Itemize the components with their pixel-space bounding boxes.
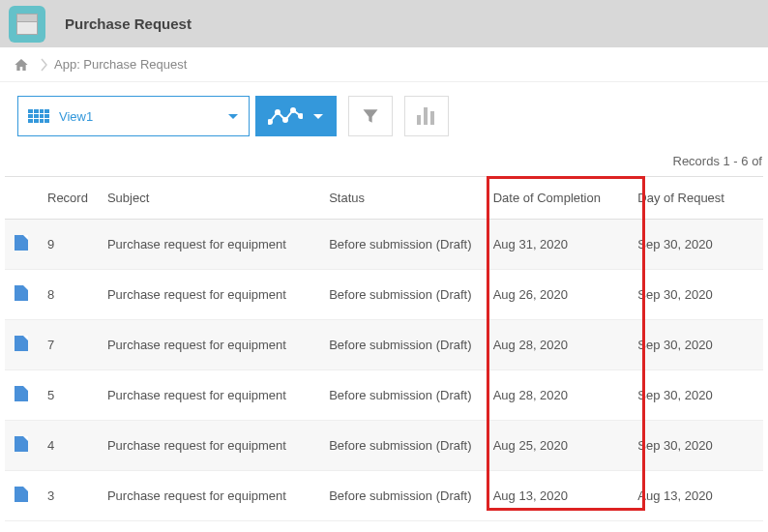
col-header-record[interactable]: Record: [38, 177, 98, 220]
cell-record: 7: [38, 320, 98, 370]
cell-status: Before submission (Draft): [319, 220, 484, 270]
svg-point-4: [299, 114, 303, 118]
chevron-down-icon: [312, 110, 324, 122]
cell-completion: Aug 25, 2020: [484, 421, 629, 471]
bar-chart-icon: [417, 107, 436, 125]
cell-request: Sep 30, 2020: [628, 320, 763, 370]
cell-record: 5: [38, 370, 98, 421]
document-icon[interactable]: [15, 336, 28, 351]
toolbar: View1: [0, 82, 768, 150]
grid-icon: [28, 109, 49, 123]
table-header-row: Record Subject Status Date of Completion…: [5, 177, 763, 220]
cell-request: Sep 30, 2020: [628, 270, 763, 320]
filter-icon: [361, 106, 380, 126]
chevron-down-icon: [227, 110, 239, 122]
table-row[interactable]: 4 Purchase request for equipment Before …: [5, 421, 763, 471]
app-header: Purchase Request: [0, 0, 768, 47]
cell-request: Sep 30, 2020: [628, 370, 763, 421]
line-graph-icon: [268, 106, 303, 126]
records-table-container: Record Subject Status Date of Completion…: [0, 176, 768, 521]
view-selector[interactable]: View1: [17, 96, 250, 136]
cell-status: Before submission (Draft): [319, 421, 484, 471]
table-row[interactable]: 7 Purchase request for equipment Before …: [5, 320, 763, 370]
chart-button[interactable]: [404, 96, 449, 136]
chevron-right-icon: [41, 58, 48, 72]
col-header-completion[interactable]: Date of Completion: [484, 177, 629, 220]
document-icon[interactable]: [15, 235, 28, 251]
cell-completion: Aug 26, 2020: [484, 270, 629, 320]
cell-completion: Aug 31, 2020: [484, 220, 629, 270]
cell-status: Before submission (Draft): [319, 320, 484, 370]
cell-status: Before submission (Draft): [319, 471, 484, 521]
cell-subject: Purchase request for equipment: [98, 270, 319, 320]
cell-record: 3: [38, 471, 98, 521]
app-icon: [9, 6, 45, 43]
col-header-status[interactable]: Status: [319, 177, 484, 220]
col-header-icon: [5, 177, 38, 220]
cell-subject: Purchase request for equipment: [98, 320, 319, 370]
svg-point-0: [268, 120, 272, 124]
cell-completion: Aug 28, 2020: [484, 320, 629, 370]
cell-completion: Aug 13, 2020: [484, 471, 629, 521]
cell-subject: Purchase request for equipment: [98, 220, 319, 270]
cell-record: 9: [38, 220, 98, 270]
document-icon[interactable]: [15, 386, 28, 401]
cell-subject: Purchase request for equipment: [98, 421, 319, 471]
breadcrumb-path[interactable]: App: Purchase Request: [54, 57, 187, 72]
svg-point-3: [291, 108, 295, 112]
cell-request: Aug 13, 2020: [628, 471, 763, 521]
cell-subject: Purchase request for equipment: [98, 370, 319, 421]
document-icon[interactable]: [15, 285, 28, 301]
cell-record: 4: [38, 421, 98, 471]
table-row[interactable]: 3 Purchase request for equipment Before …: [5, 471, 763, 521]
document-icon[interactable]: [15, 436, 28, 452]
filter-button[interactable]: [348, 96, 393, 136]
cell-subject: Purchase request for equipment: [98, 471, 319, 521]
cell-record: 8: [38, 270, 98, 320]
col-header-subject[interactable]: Subject: [98, 177, 319, 220]
document-icon[interactable]: [15, 487, 28, 502]
col-header-request[interactable]: Day of Request: [628, 177, 763, 220]
cell-status: Before submission (Draft): [319, 270, 484, 320]
home-icon[interactable]: [14, 57, 29, 73]
svg-point-2: [283, 118, 287, 122]
records-table: Record Subject Status Date of Completion…: [5, 176, 763, 521]
graph-button[interactable]: [255, 96, 337, 136]
cell-request: Sep 30, 2020: [628, 421, 763, 471]
cell-completion: Aug 28, 2020: [484, 370, 629, 421]
view-label: View1: [59, 109, 93, 124]
svg-point-1: [276, 110, 280, 114]
breadcrumb: App: Purchase Request: [0, 47, 768, 82]
app-title: Purchase Request: [65, 15, 192, 32]
table-row[interactable]: 5 Purchase request for equipment Before …: [5, 370, 763, 421]
table-row[interactable]: 8 Purchase request for equipment Before …: [5, 270, 763, 320]
records-count: Records 1 - 6 of: [0, 150, 768, 176]
cell-request: Sep 30, 2020: [628, 220, 763, 270]
table-row[interactable]: 9 Purchase request for equipment Before …: [5, 220, 763, 270]
cell-status: Before submission (Draft): [319, 370, 484, 421]
